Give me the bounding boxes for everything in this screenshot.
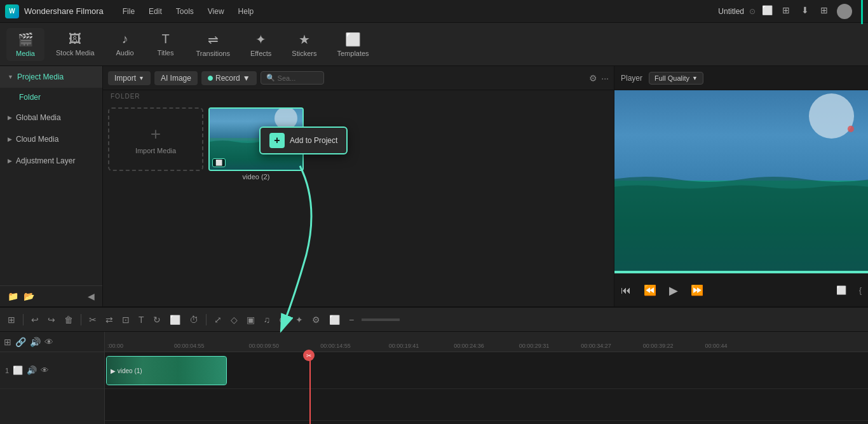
track-2 (105, 389, 868, 421)
avatar[interactable] (837, 4, 852, 19)
monitor-icon[interactable]: ⬜ (761, 4, 773, 17)
toolbar-stickers[interactable]: ★ Stickers (283, 28, 325, 61)
menu-tools[interactable]: Tools (170, 4, 200, 18)
preview-toolbar: Player Full Quality ▼ (614, 66, 868, 90)
settings-icon[interactable]: { (859, 286, 862, 295)
track-eye-icon: 👁 (41, 366, 49, 375)
share-icon[interactable]: ⊞ (780, 4, 792, 17)
multi-cam-icon[interactable]: ✦ (293, 313, 306, 326)
more-options-icon[interactable]: ··· (601, 73, 609, 83)
frame-icon[interactable]: ⬜ (167, 313, 183, 326)
cut-icon[interactable]: ✂ (86, 313, 99, 326)
accent-bar (861, 0, 863, 24)
menu-file[interactable]: File (116, 4, 141, 18)
collapse-panel-icon[interactable]: ◀ (88, 291, 95, 301)
undo-icon[interactable]: ↩ (29, 313, 41, 326)
menu-view[interactable]: View (201, 4, 231, 18)
player-label: Player (621, 74, 642, 83)
search-placeholder: Sea... (278, 74, 296, 82)
preview-ocean (614, 90, 868, 271)
toolbar-audio[interactable]: ♪ Audio (106, 28, 144, 60)
layout-icon[interactable]: ⊞ (818, 4, 831, 17)
left-panel-adjustment-layer[interactable]: ▶ Adjustment Layer (0, 150, 102, 172)
merge-icon[interactable]: ⊕ (276, 313, 289, 326)
scissors-icon: ✂ (306, 352, 311, 359)
main-layout: ▼ Project Media Folder ▶ Global Media ▶ … (0, 66, 868, 306)
toolbar-effects[interactable]: ✦ Effects (241, 28, 280, 61)
titles-icon: T (161, 32, 169, 46)
subtitle-icon[interactable]: ⬜ (327, 313, 342, 326)
loop-icon[interactable]: ↻ (151, 313, 163, 326)
media-item-video[interactable]: ⬜ video (2) + Add to Project (208, 107, 304, 181)
preview-panel: Player Full Quality ▼ (614, 66, 868, 306)
expand-icon[interactable]: ⤢ (212, 313, 224, 326)
redo-icon[interactable]: ↪ (45, 313, 58, 326)
timeline-ruler-area: :00:00 00:00:04:55 00:00:09:50 00:00:14:… (105, 332, 868, 424)
ripple-icon[interactable]: ⇄ (103, 313, 116, 326)
left-panel-bottom: 📁 📂 ◀ (0, 285, 102, 306)
left-panel-project-media[interactable]: ▼ Project Media (0, 66, 102, 88)
toolbar-templates[interactable]: ⬜ Templates (328, 28, 377, 61)
toolbar-stock-media[interactable]: 🖼 Stock Media (47, 28, 104, 60)
speed-icon[interactable]: ⏱ (187, 313, 201, 326)
preview-ocean-svg (614, 90, 868, 271)
filter-icon[interactable]: ⚙ (589, 73, 597, 83)
add-to-project-plus-button[interactable]: + (269, 133, 285, 148)
clip-label: ▶ video (1) (111, 367, 142, 374)
ruler-mark-0: :00:00 (107, 343, 123, 349)
new-folder-icon[interactable]: 📁 (8, 291, 18, 301)
left-panel-cloud-media[interactable]: ▶ Cloud Media (0, 128, 102, 150)
stock-media-icon: 🖼 (69, 32, 81, 46)
mask-icon[interactable]: ◇ (228, 313, 240, 326)
left-panel-folder[interactable]: Folder (0, 88, 102, 107)
step-forward-icon[interactable]: ⏩ (691, 284, 703, 296)
add-track-icon[interactable]: ⊞ (4, 337, 11, 347)
ruler-mark-2: 00:00:09:50 (249, 343, 280, 349)
color-icon[interactable]: ▣ (244, 313, 257, 326)
toolbar-transitions[interactable]: ⇌ Transitions (187, 28, 239, 61)
import-chevron-icon: ▼ (139, 75, 144, 81)
ruler-mark-5: 00:00:24:36 (454, 343, 484, 349)
ai-icon[interactable]: ⚙ (309, 313, 323, 326)
menu-edit[interactable]: Edit (142, 4, 168, 18)
left-panel-global-media[interactable]: ▶ Global Media (0, 107, 102, 128)
record-button[interactable]: Record ▼ (201, 71, 257, 85)
delete-icon[interactable]: 🗑 (62, 313, 76, 326)
zoom-out-icon[interactable]: − (346, 313, 356, 326)
playhead-handle[interactable]: ✂ (303, 350, 315, 361)
import-folder-icon[interactable]: 📂 (24, 291, 34, 301)
templates-icon: ⬜ (345, 32, 361, 47)
toolbar-media[interactable]: 🎬 Media (6, 28, 44, 61)
crop-icon[interactable]: ⊡ (119, 313, 132, 326)
eye-icon[interactable]: 👁 (44, 337, 53, 347)
toolbar-divider-1 (23, 314, 24, 325)
speaker-icon[interactable]: 🔊 (30, 337, 41, 347)
step-back-icon[interactable]: ⏪ (644, 284, 656, 296)
fullscreen-icon[interactable]: ⬜ (836, 285, 846, 295)
quality-select[interactable]: Full Quality ▼ (649, 72, 703, 85)
effects-icon: ✦ (255, 32, 266, 47)
ruler-mark-7: 00:00:34:27 (581, 343, 611, 349)
split-view-icon[interactable]: ⊞ (5, 313, 18, 326)
toolbar-titles[interactable]: T Titles (147, 28, 185, 60)
menu-bar: File Edit Tools View Help (116, 4, 261, 18)
text-icon[interactable]: T (136, 313, 147, 326)
arrow-icon: ▼ (8, 74, 13, 80)
link-icon[interactable]: 🔗 (15, 337, 26, 347)
download-icon[interactable]: ⬇ (799, 4, 811, 17)
transitions-icon: ⇌ (208, 32, 219, 47)
play-icon[interactable]: ▶ (669, 284, 678, 297)
timeline: ⊞ ↩ ↪ 🗑 ✂ ⇄ ⊡ T ↻ ⬜ ⏱ ⤢ ◇ ▣ ♫ ⊕ ✦ ⚙ ⬜ − … (0, 306, 868, 424)
skip-back-icon[interactable]: ⏮ (621, 285, 631, 296)
track-clip-video[interactable]: ▶ video (1) (106, 356, 227, 385)
menu-help[interactable]: Help (232, 4, 261, 18)
media-icon: 🎬 (18, 32, 34, 47)
app-name: Wondershare Filmora (24, 6, 104, 16)
import-button[interactable]: Import ▼ (108, 71, 151, 85)
audio-track-icon[interactable]: ♫ (261, 313, 273, 326)
project-status-icon: ⊙ (749, 7, 756, 16)
import-media-item[interactable]: + Import Media (108, 107, 203, 171)
ruler-mark-4: 00:00:19:41 (389, 343, 419, 349)
ai-image-button[interactable]: AI Image (154, 71, 198, 85)
search-box[interactable]: 🔍 Sea... (261, 71, 324, 85)
